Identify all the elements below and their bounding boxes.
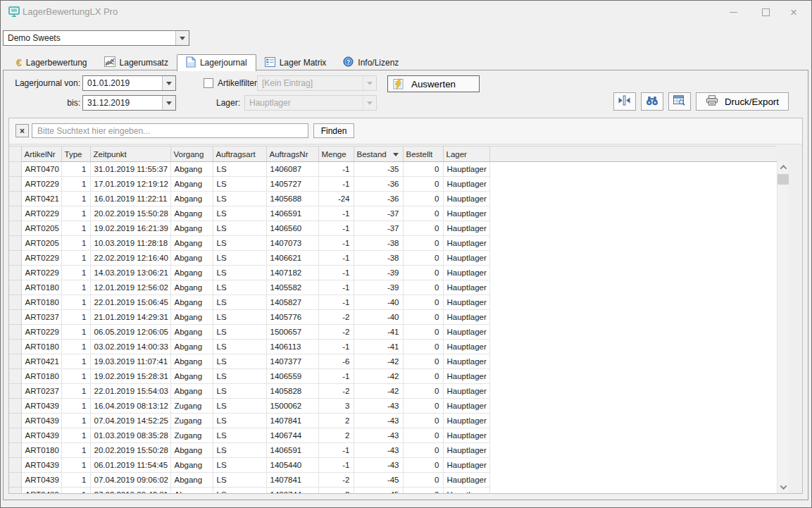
row-selector[interactable] (9, 369, 21, 384)
cell-bestellt: 0 (403, 206, 443, 221)
best-fit-columns-button[interactable] (613, 92, 636, 111)
search-input[interactable] (32, 123, 308, 138)
table-row[interactable]: ART0180120.02.2019 15:50:28AbgangLS14065… (9, 443, 777, 458)
row-selector[interactable] (9, 162, 21, 177)
row-selector[interactable] (9, 192, 21, 206)
artikelfilter-select[interactable]: [Kein Eintrag] (257, 75, 377, 91)
table-row[interactable]: ART0421116.01.2019 11:22:11AbgangLS14056… (9, 192, 777, 206)
table-row[interactable]: ART0439127.02.2019 09:42:31AbgangLS14067… (9, 488, 777, 495)
column-header-type[interactable]: Type (61, 147, 90, 162)
row-selector[interactable] (9, 206, 21, 221)
row-selector[interactable] (9, 354, 21, 369)
company-select[interactable]: Demo Sweets (3, 30, 189, 46)
artikelfilter-checkbox[interactable] (204, 78, 213, 88)
table-row[interactable]: ART0180119.02.2019 15:28:31AbgangLS14065… (9, 369, 777, 384)
row-selector[interactable] (9, 280, 21, 295)
table-row[interactable]: ART0439107.04.2019 14:52:25ZugangLS14078… (9, 414, 777, 428)
row-selector[interactable] (9, 458, 21, 473)
find-button[interactable] (641, 92, 663, 111)
row-selector[interactable] (9, 399, 21, 414)
row-selector[interactable] (9, 310, 21, 325)
cell-auftragsart: LS (213, 473, 266, 488)
cell-vorgang: Abgang (170, 354, 213, 369)
table-row[interactable]: ART0180103.02.2019 14:00:33AbgangLS14061… (9, 340, 777, 354)
table-row[interactable]: ART0237122.01.2019 15:54:03AbgangLS14058… (9, 384, 777, 399)
company-select-arrow[interactable] (175, 31, 189, 45)
tab-lagerbewertung[interactable]: € Lagerbewertung (8, 55, 96, 70)
scroll-down-button[interactable] (777, 481, 789, 493)
finden-button[interactable]: Finden (313, 123, 354, 138)
table-row[interactable]: ART0205110.03.2019 11:28:18AbgangLS14070… (9, 236, 777, 251)
row-selector[interactable] (9, 177, 21, 192)
lager-select-arrow (363, 96, 376, 110)
date-from-arrow[interactable] (162, 76, 175, 90)
table-row[interactable]: ART0470131.01.2019 11:55:37AbgangLS14060… (9, 162, 777, 177)
table-row[interactable]: ART0439101.03.2019 08:35:28ZugangLS14067… (9, 428, 777, 443)
row-selector[interactable] (9, 266, 21, 280)
auswerten-button[interactable]: Auswerten (387, 75, 480, 92)
date-to-arrow[interactable] (162, 96, 175, 110)
close-button[interactable]: × (783, 4, 804, 20)
cell-type: 1 (61, 488, 90, 495)
table-row[interactable]: ART0229114.03.2019 13:06:21AbgangLS14071… (9, 266, 777, 280)
column-header-zeitpunkt[interactable]: Zeitpunkt (90, 147, 170, 162)
table-row[interactable]: ART0229120.02.2019 15:50:28AbgangLS14065… (9, 206, 777, 221)
table-row[interactable]: ART0229117.01.2019 12:19:12AbgangLS14057… (9, 177, 777, 192)
column-header-menge[interactable]: Menge (318, 147, 354, 162)
cell-zeitpunkt: 22.01.2019 15:54:03 (90, 384, 170, 399)
row-selector[interactable] (9, 414, 21, 428)
column-header-auftragsart[interactable]: Auftragsart (213, 147, 266, 162)
cell-artikelnr: ART0205 (21, 221, 61, 236)
date-to-picker[interactable]: 31.12.2019 (82, 95, 176, 111)
column-header-auftragsnr[interactable]: AuftragsNr (266, 147, 318, 162)
druck-export-button[interactable]: Druck/Export (696, 92, 789, 111)
row-selector[interactable] (9, 295, 21, 310)
tab-lagerjournal[interactable]: Lagerjournal (177, 54, 256, 71)
column-chooser-button[interactable] (668, 92, 691, 111)
row-selector[interactable] (9, 340, 21, 354)
table-row[interactable]: ART0205119.02.2019 16:21:39AbgangLS14065… (9, 221, 777, 236)
table-row[interactable]: ART0439107.04.2019 09:06:02AbgangLS14078… (9, 473, 777, 488)
row-selector[interactable] (9, 488, 21, 495)
tab-lagerumsatz[interactable]: Lagerumsatz (96, 55, 177, 70)
clear-search-button[interactable]: × (15, 124, 29, 137)
minimize-button[interactable] (723, 4, 744, 20)
table-row[interactable]: ART0180112.01.2019 12:56:02AbgangLS14055… (9, 280, 777, 295)
scrollbar-thumb[interactable] (777, 174, 789, 185)
table-row[interactable]: ART0229106.05.2019 12:06:05AbgangLS15006… (9, 325, 777, 340)
vertical-scrollbar[interactable] (777, 161, 788, 493)
row-selector[interactable] (9, 384, 21, 399)
cell-artikelnr: ART0180 (21, 295, 61, 310)
row-selector[interactable] (9, 236, 21, 251)
row-selector[interactable] (9, 251, 21, 266)
cell-auftragsart: LS (213, 236, 266, 251)
table-row[interactable]: ART0180122.01.2019 15:06:45AbgangLS14058… (9, 295, 777, 310)
tab-info-lizenz[interactable]: ? Info/Lizenz (335, 55, 407, 70)
table-row[interactable]: ART0229122.02.2019 12:16:40AbgangLS14066… (9, 251, 777, 266)
cell-filler (489, 414, 777, 428)
column-header-bestellt[interactable]: Bestellt (403, 147, 443, 162)
row-selector[interactable] (9, 473, 21, 488)
column-header-artikelnr[interactable]: ArtikelNr (21, 147, 61, 162)
column-header-vorgang[interactable]: Vorgang (170, 147, 213, 162)
table-row[interactable]: ART0421119.03.2019 11:07:41AbgangLS14073… (9, 354, 777, 369)
scroll-up-button[interactable] (777, 161, 789, 173)
lager-select[interactable]: Hauptlager (244, 95, 377, 111)
row-selector[interactable] (9, 428, 21, 443)
tab-lager-matrix[interactable]: Lager Matrix (256, 55, 335, 70)
cell-type: 1 (61, 369, 90, 384)
maximize-button[interactable] (755, 4, 776, 20)
column-header-lager[interactable]: Lager (443, 147, 489, 162)
date-from-picker[interactable]: 01.01.2019 (82, 75, 176, 91)
table-row[interactable]: ART0237121.01.2019 14:29:31AbgangLS14057… (9, 310, 777, 325)
cell-zeitpunkt: 20.02.2019 15:50:28 (90, 206, 170, 221)
row-selector[interactable] (9, 221, 21, 236)
cell-auftragsnr: 1405828 (266, 384, 318, 399)
table-row[interactable]: ART0439106.01.2019 11:54:45AbgangLS14054… (9, 458, 777, 473)
cell-filler (489, 192, 777, 206)
row-selector[interactable] (9, 443, 21, 458)
column-header-bestand[interactable]: Bestand (354, 147, 403, 162)
table-row[interactable]: ART0439116.04.2019 08:13:12ZugangLS15000… (9, 399, 777, 414)
cell-auftragsnr: 1407073 (266, 236, 318, 251)
row-selector[interactable] (9, 325, 21, 340)
